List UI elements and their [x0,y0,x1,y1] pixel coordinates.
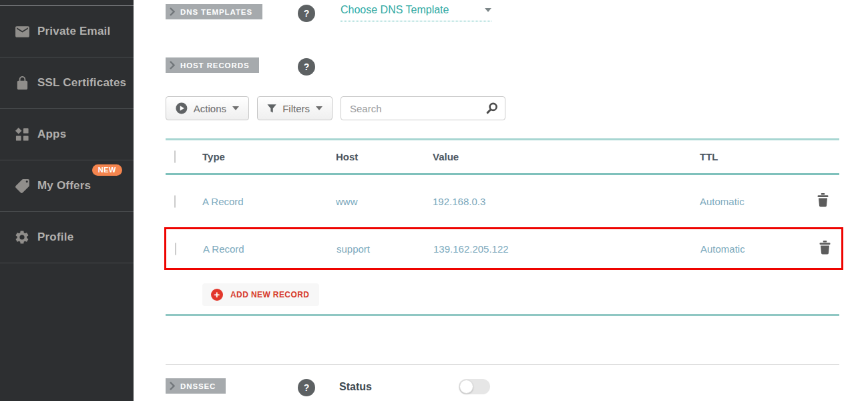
host-records-toolbar: Actions Filters [166,96,839,120]
funnel-icon [267,104,276,114]
record-host[interactable]: www [336,196,433,207]
delete-record-button[interactable] [816,192,830,211]
sidebar-item-label: Profile [37,231,73,244]
add-new-record-label: ADD NEW RECORD [230,290,309,299]
dns-templates-section: DNS TEMPLATES ? Choose DNS Template [166,4,839,25]
select-all-checkbox[interactable] [174,150,176,163]
sidebar-item-label: Apps [37,128,66,141]
dns-template-dropdown-label: Choose DNS Template [341,4,449,16]
trash-icon [817,193,829,207]
help-icon[interactable]: ? [298,58,315,76]
table-row: A Record www 192.168.0.3 Automatic [166,175,839,227]
apps-icon [13,127,31,142]
play-icon [176,102,188,114]
search-input[interactable] [341,96,505,120]
table-row-highlighted: A Record support 139.162.205.122 Automat… [164,227,843,270]
host-records-section: HOST RECORDS ? [166,57,839,79]
sidebar-item-apps[interactable]: Apps [0,109,134,160]
envelope-icon [13,23,31,40]
gear-icon [13,229,31,245]
section-divider [166,364,839,365]
chevron-down-icon [485,8,491,12]
column-header-host: Host [336,151,433,162]
record-type[interactable]: A Record [203,243,337,255]
sidebar-item-my-offers[interactable]: My Offers NEW [0,160,134,212]
dns-template-dropdown[interactable]: Choose DNS Template [341,4,491,21]
help-icon[interactable]: ? [298,379,315,396]
dnssec-section: DNSSEC ? Status [166,378,839,400]
record-ttl[interactable]: Automatic [700,196,806,207]
column-header-type: Type [202,151,336,162]
record-type[interactable]: A Record [202,196,336,207]
column-header-ttl: TTL [700,151,806,162]
new-badge: NEW [92,164,122,176]
dnssec-status-toggle[interactable] [459,379,490,394]
sidebar-item-private-email[interactable]: Private Email [0,6,134,57]
sidebar-item-label: My Offers [37,179,91,192]
record-ttl[interactable]: Automatic [700,243,808,255]
host-records-section-tag: HOST RECORDS [166,57,259,73]
sidebar-top-divider [0,0,134,6]
dnssec-section-tag: DNSSEC [166,378,226,394]
section-divider [166,314,839,316]
help-icon[interactable]: ? [298,5,315,22]
advanced-dns-panel: DNS TEMPLATES ? Choose DNS Template HOST… [166,0,839,401]
tag-icon [13,178,31,194]
plus-icon: + [211,289,223,301]
sidebar-item-label: SSL Certificates [37,76,126,90]
chevron-down-icon [316,106,322,110]
filters-button[interactable]: Filters [257,96,333,120]
row-checkbox[interactable] [174,195,176,208]
search-field [341,96,505,120]
chevron-right-icon [170,7,175,16]
host-records-table: Type Host Value TTL A Record www 192.168… [166,138,839,270]
table-header-row: Type Host Value TTL [166,138,839,175]
sidebar-item-label: Private Email [37,25,110,38]
delete-record-button[interactable] [818,239,832,258]
search-icon[interactable] [486,102,498,114]
add-new-record-button[interactable]: + ADD NEW RECORD [202,283,319,306]
chevron-right-icon [170,382,175,390]
trash-icon [819,241,831,255]
lock-icon [13,76,31,91]
chevron-right-icon [170,61,175,70]
row-checkbox[interactable] [175,243,176,255]
chevron-down-icon [232,106,239,110]
dnssec-status-label: Status [339,381,372,393]
toggle-knob [459,380,473,394]
sidebar: Private Email SSL Certificates Apps My O… [0,0,134,401]
dns-templates-section-tag: DNS TEMPLATES [166,4,262,19]
record-value[interactable]: 192.168.0.3 [433,196,700,207]
record-host[interactable]: support [337,243,433,255]
record-value[interactable]: 139.162.205.122 [433,243,700,255]
sidebar-item-profile[interactable]: Profile [0,212,134,263]
sidebar-item-ssl-certificates[interactable]: SSL Certificates [0,57,134,109]
actions-button[interactable]: Actions [166,96,249,120]
column-header-value: Value [433,151,700,162]
